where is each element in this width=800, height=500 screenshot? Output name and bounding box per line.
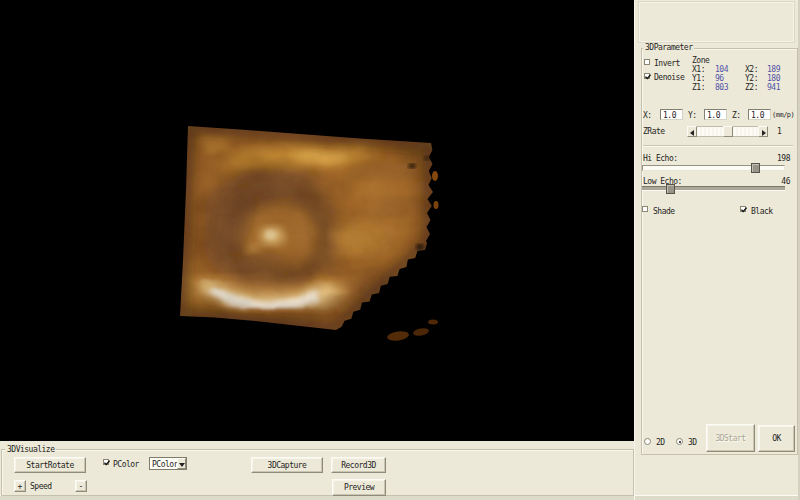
- ultrasound-3d-app-window: { "app": { "theme": { "panel_background"…: [0, 0, 800, 500]
- ultrasound-render: [0, 0, 634, 441]
- zone-x2-label: X2:: [745, 65, 758, 74]
- black-label: Black: [751, 207, 773, 216]
- parameter-group-title: 3DParameter: [643, 43, 694, 52]
- zone-y2-value: 180: [767, 74, 780, 83]
- scale-y-label: Y:: [688, 111, 697, 120]
- hi-echo-slider[interactable]: [642, 165, 785, 171]
- invert-label: Invert: [654, 59, 680, 68]
- pcolor-dropdown[interactable]: PColor: [149, 457, 187, 470]
- visualize-group-title: 3DVisualize: [5, 445, 56, 454]
- scale-x-label: X:: [643, 111, 652, 120]
- mode-2d-radio[interactable]: [644, 438, 651, 445]
- pcolor-dropdown-button[interactable]: [177, 458, 186, 469]
- check-icon: [741, 207, 747, 213]
- render-canvas[interactable]: [0, 0, 634, 441]
- invert-checkbox[interactable]: [644, 59, 650, 65]
- ok-button[interactable]: OK: [758, 425, 795, 452]
- zone-z2-label: Z2:: [745, 83, 758, 92]
- low-echo-slider[interactable]: [642, 186, 785, 191]
- zone-x1-value: 104: [715, 65, 728, 74]
- arrow-left-icon: [690, 130, 694, 136]
- chevron-down-icon: [179, 463, 185, 467]
- capture-button[interactable]: 3DCapture: [251, 457, 323, 473]
- speed-plus-button[interactable]: +: [14, 480, 26, 492]
- hi-echo-thumb[interactable]: [751, 163, 760, 173]
- check-icon: [645, 74, 651, 80]
- zrate-scrollbar[interactable]: [687, 126, 768, 137]
- zone-z2-value: 941: [767, 83, 780, 92]
- scale-y-input[interactable]: 1.0: [704, 109, 727, 120]
- zone-y1-value: 96: [715, 74, 724, 83]
- panel-top-frame: [638, 1, 795, 43]
- zone-x2-value: 189: [767, 65, 780, 74]
- speed-label: Speed: [30, 482, 52, 491]
- mode-3d-label: 3D: [688, 438, 697, 447]
- low-echo-thumb[interactable]: [666, 184, 675, 194]
- zrate-label: ZRate: [643, 127, 665, 136]
- preview-button[interactable]: Preview: [332, 479, 386, 496]
- visualize-bar: 3DVisualize StartRotate + Speed - PColor…: [0, 441, 634, 500]
- speed-minus-button[interactable]: -: [75, 480, 87, 492]
- shade-label: Shade: [653, 207, 675, 216]
- record-button[interactable]: Record3D: [331, 457, 386, 473]
- zone-y1-label: Y1:: [692, 74, 705, 83]
- scale-z-input[interactable]: 1.0: [748, 109, 771, 120]
- parameter-panel: 3DParameter Invert Denoise Zone X1: 104 …: [634, 0, 800, 500]
- zrate-right-arrow-button[interactable]: [758, 126, 768, 137]
- low-echo-label: Low Echo:: [643, 177, 682, 186]
- scale-x-input[interactable]: 1.0: [660, 109, 683, 120]
- black-checkbox[interactable]: [740, 206, 746, 212]
- radio-dot: [679, 441, 682, 444]
- zone-z1-label: Z1:: [692, 83, 705, 92]
- start-rotate-button[interactable]: StartRotate: [14, 457, 86, 473]
- arrow-right-icon: [762, 130, 766, 136]
- zrate-thumb[interactable]: [723, 126, 733, 137]
- mode-2d-label: 2D: [656, 438, 665, 447]
- zrate-left-arrow-button[interactable]: [687, 126, 697, 137]
- hi-echo-value: 198: [761, 154, 790, 163]
- denoise-label: Denoise: [654, 73, 684, 82]
- zone-y2-label: Y2:: [745, 74, 758, 83]
- check-icon: [104, 460, 110, 466]
- denoise-checkbox[interactable]: [644, 73, 650, 79]
- low-echo-value: 46: [761, 177, 790, 186]
- hi-echo-label: Hi Echo:: [643, 154, 678, 163]
- zone-label: Zone: [692, 56, 709, 65]
- shade-checkbox[interactable]: [642, 206, 648, 212]
- pcolor-checkbox[interactable]: [103, 459, 109, 465]
- zone-x1-label: X1:: [692, 65, 705, 74]
- pcolor-checkbox-label: PColor: [113, 460, 139, 469]
- zone-z1-value: 803: [715, 83, 728, 92]
- zrate-value: 1: [777, 127, 781, 136]
- scale-z-label: Z:: [732, 111, 741, 120]
- pcolor-dropdown-value: PColor: [152, 460, 178, 469]
- scale-unit-label: (mm/p): [772, 111, 794, 119]
- separator: [643, 145, 793, 147]
- 3dstart-button[interactable]: 3DStart: [706, 424, 755, 452]
- mode-3d-radio[interactable]: [676, 438, 683, 445]
